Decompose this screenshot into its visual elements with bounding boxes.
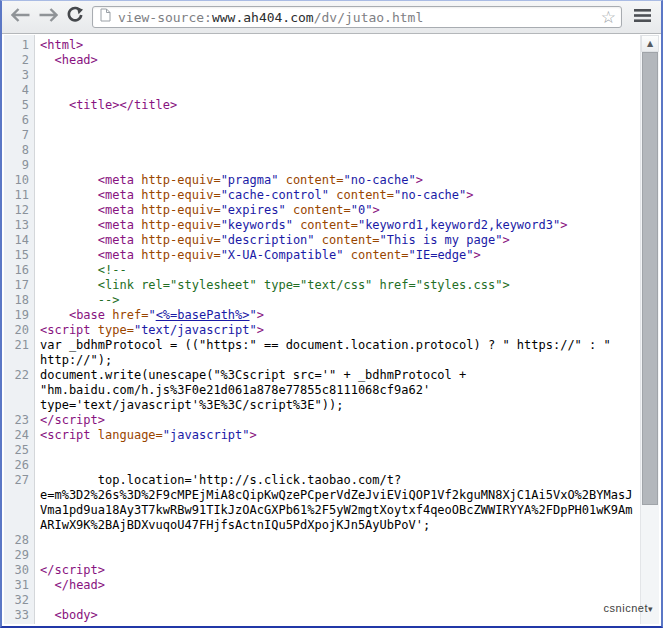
scroll-up-arrow-icon: ▲ (647, 39, 653, 48)
line-number: 31 (4, 578, 35, 593)
line-content: <html> (35, 38, 640, 53)
line-number: 8 (4, 143, 35, 158)
code-segment-plain (315, 233, 322, 247)
line-content (35, 158, 640, 173)
line-content: <meta http-equiv="pragma" content="no-ca… (35, 173, 640, 188)
code-segment-val: "keywords" (221, 218, 293, 232)
line-number: 22 (4, 368, 35, 413)
line-number: 1 (4, 38, 35, 53)
source-line: 27 top.location='http://s.click.taobao.c… (4, 473, 640, 533)
line-content (35, 443, 640, 458)
line-number: 33 (4, 608, 35, 623)
reload-button[interactable] (61, 4, 88, 30)
scrollbar-thumb[interactable] (642, 52, 658, 505)
line-content: </script> (35, 563, 640, 578)
line-content: <script language="javascript"> (35, 428, 640, 443)
url-host: www.ah404.com (212, 10, 314, 25)
watermark-caret-icon: ▾ (648, 604, 653, 614)
code-segment-val: "cache-control" (221, 188, 329, 202)
scroll-up-button[interactable]: ▲ (641, 35, 659, 52)
line-number: 9 (4, 158, 35, 173)
menu-button[interactable] (628, 4, 656, 30)
line-content: <head> (35, 53, 640, 68)
line-number: 3 (4, 68, 35, 83)
source-line: 19 <base href="<%=basePath%>"> (4, 308, 640, 323)
source-line: 2 <head> (4, 53, 640, 68)
code-segment-attr: content= (336, 188, 394, 202)
line-content: <meta http-equiv="X-UA-Compatible" conte… (35, 248, 640, 263)
source-line: 5 <title></title> (4, 98, 640, 113)
view-source-content: 1<html>2 <head>3 4 5 <title></title>6 7 … (4, 35, 659, 624)
source-line: 8 (4, 143, 640, 158)
line-content: <body> (35, 608, 640, 623)
line-content: <script type="text/javascript"> (35, 323, 640, 338)
code-segment-attr: http-equiv= (141, 233, 220, 247)
code-segment-tag: <title></title> (40, 98, 177, 112)
line-number: 34 (4, 623, 35, 624)
code-segment-tag: <meta (40, 203, 141, 217)
line-number: 2 (4, 53, 35, 68)
code-segment-plain (343, 248, 350, 262)
code-segment-com: --> (40, 293, 119, 307)
line-number: 5 (4, 98, 35, 113)
line-content (35, 458, 640, 473)
scrollbar[interactable]: ▲ (640, 35, 659, 624)
source-line: 11 <meta http-equiv="cache-control" cont… (4, 188, 640, 203)
line-content: <base href="<%=basePath%>"> (35, 308, 640, 323)
back-arrow-icon (11, 8, 31, 26)
code-segment-attr: content= (351, 248, 409, 262)
code-segment-attr: http-equiv= (141, 218, 220, 232)
line-number: 14 (4, 233, 35, 248)
browser-window: { "browser": { "address_bar": { "scheme"… (0, 0, 663, 628)
source-line: 10 <meta http-equiv="pragma" content="no… (4, 173, 640, 188)
bookmark-star-icon[interactable]: ☆ (601, 9, 616, 26)
code-segment-tag: <meta (40, 173, 141, 187)
line-number: 12 (4, 203, 35, 218)
code-segment-tag: > (466, 188, 473, 202)
line-content: <meta http-equiv="description" content="… (35, 233, 640, 248)
code-segment-val: "keyword1,keyword2,keyword3" (358, 218, 560, 232)
line-content (35, 83, 640, 98)
source-line: 12 <meta http-equiv="expires" content="0… (4, 203, 640, 218)
source-line: 18 --> (4, 293, 640, 308)
basepath-link[interactable]: <%=basePath%> (156, 308, 250, 322)
line-number: 10 (4, 173, 35, 188)
code-segment-val: "description" (221, 233, 315, 247)
line-content: <meta http-equiv="expires" content="0"> (35, 203, 640, 218)
code-segment-plain: document.write(unescape("%3Cscript src='… (40, 368, 474, 412)
code-segment-val: "no-cache" (394, 188, 466, 202)
source-line: 14 <meta http-equiv="description" conten… (4, 233, 640, 248)
hamburger-menu-icon (634, 8, 651, 26)
line-number: 26 (4, 458, 35, 473)
code-segment-val: " (148, 308, 155, 322)
code-segment-attr: language= (98, 428, 163, 442)
source-line: 1<html> (4, 38, 640, 53)
code-segment-com: <!-- (40, 263, 127, 277)
code-segment-tag: <meta (40, 218, 141, 232)
page-icon (100, 8, 111, 26)
reload-icon (66, 6, 84, 28)
line-number: 29 (4, 548, 35, 563)
code-segment-val: "javascript" (163, 428, 250, 442)
line-content (35, 623, 640, 624)
line-content (35, 143, 640, 158)
code-segment-attr: http-equiv= (141, 203, 220, 217)
source-line: 20<script type="text/javascript"> (4, 323, 640, 338)
line-content: top.location='http://s.click.taobao.com/… (35, 473, 640, 533)
source-line: 30</script> (4, 563, 640, 578)
code-segment-attr: http-equiv= (141, 188, 220, 202)
code-segment-tag: > (474, 248, 481, 262)
line-number: 4 (4, 83, 35, 98)
code-segment-plain (286, 203, 293, 217)
back-button[interactable] (7, 4, 34, 30)
line-number: 27 (4, 473, 35, 533)
code-segment-val: "X-UA-Compatible" (221, 248, 344, 262)
address-bar[interactable]: view-source:www.ah404.com/dv/jutao.html … (92, 6, 622, 28)
code-segment-val: "pragma" (221, 173, 279, 187)
forward-button[interactable] (34, 4, 61, 30)
code-segment-plain: top.location='http://s.click.taobao.com/… (40, 473, 632, 532)
code-segment-tag: <meta (40, 188, 141, 202)
watermark: csnicnet▾ (604, 602, 653, 614)
source-line: 16 <!-- (4, 263, 640, 278)
code-segment-attr: content= (293, 203, 351, 217)
